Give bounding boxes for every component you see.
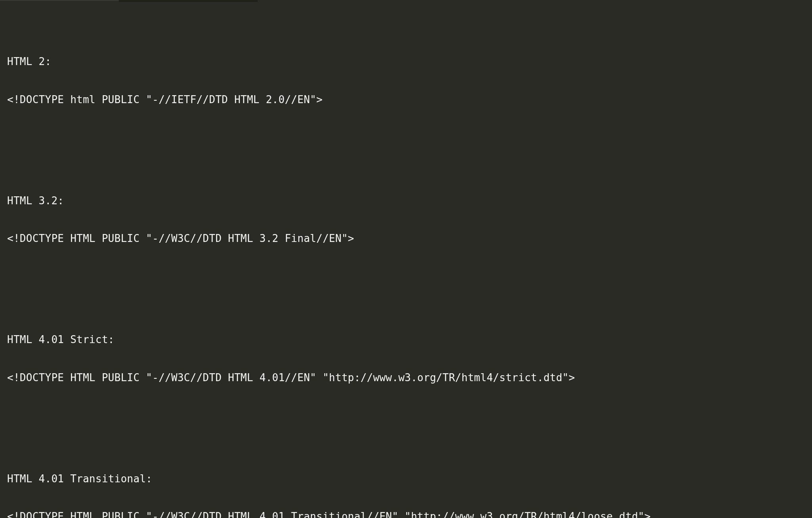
doctype-entry: HTML 4.01 Transitional: <!DOCTYPE HTML P… [7, 447, 805, 518]
doctype-declaration: <!DOCTYPE HTML PUBLIC "-//W3C//DTD HTML … [7, 372, 805, 384]
active-tab-hint [0, 0, 119, 2]
tab-strip [0, 0, 812, 3]
doctype-entry: HTML 4.01 Strict: <!DOCTYPE HTML PUBLIC … [7, 309, 805, 410]
inactive-tab-hint [119, 0, 258, 2]
doctype-declaration: <!DOCTYPE HTML PUBLIC "-//W3C//DTD HTML … [7, 510, 805, 518]
doctype-label: HTML 4.01 Transitional: [7, 473, 805, 485]
doctype-declaration: <!DOCTYPE HTML PUBLIC "-//W3C//DTD HTML … [7, 232, 805, 245]
doctype-label: HTML 3.2: [7, 195, 805, 207]
doctype-entry: HTML 3.2: <!DOCTYPE HTML PUBLIC "-//W3C/… [7, 169, 805, 271]
doctype-declaration: <!DOCTYPE html PUBLIC "-//IETF//DTD HTML… [7, 94, 805, 106]
editor-content[interactable]: HTML 2: <!DOCTYPE html PUBLIC "-//IETF//… [0, 3, 812, 518]
doctype-label: HTML 4.01 Strict: [7, 334, 805, 346]
doctype-label: HTML 2: [7, 56, 805, 68]
doctype-entry: HTML 2: <!DOCTYPE html PUBLIC "-//IETF//… [7, 31, 805, 132]
